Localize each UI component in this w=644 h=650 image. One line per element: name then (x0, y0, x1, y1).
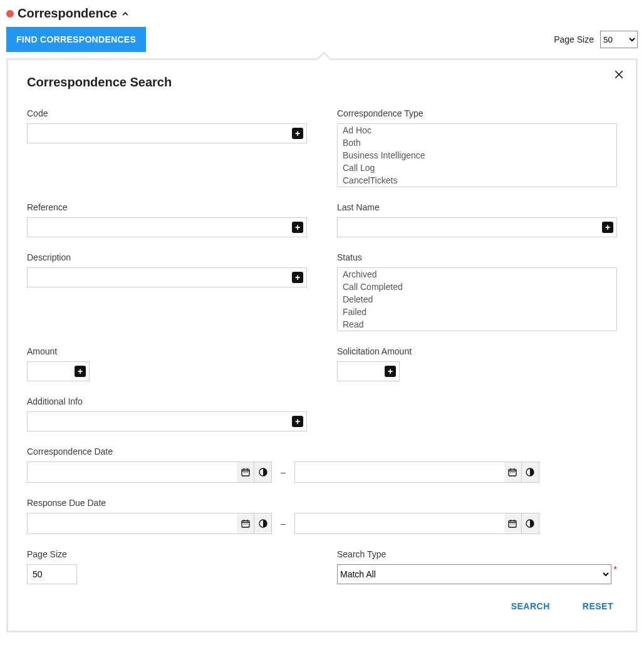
response-due-date-from-input[interactable] (27, 513, 237, 534)
label-reference: Reference (27, 202, 307, 212)
list-item[interactable]: Archived (338, 268, 616, 281)
plus-icon[interactable]: + (292, 272, 303, 283)
list-item[interactable]: Failed (338, 306, 616, 318)
section-header: Correspondence (6, 6, 638, 21)
calendar-icon[interactable] (237, 462, 254, 483)
label-status: Status (337, 252, 617, 262)
required-asterisk: * (614, 564, 617, 574)
field-page-size: Page Size (27, 549, 307, 584)
label-description: Description (27, 252, 307, 262)
search-type-select[interactable]: Match All (337, 564, 611, 584)
field-code: Code + (27, 108, 307, 187)
plus-icon[interactable]: + (292, 222, 303, 233)
form-grid: Code + Correspondence Type Ad HocBothBus… (27, 108, 617, 584)
field-response-due-date: Response Due Date – (27, 498, 617, 534)
field-solicitation-amount: Solicitation Amount + (337, 346, 617, 381)
correspondence-type-listbox[interactable]: Ad HocBothBusiness IntelligenceCall LogC… (337, 123, 617, 187)
label-additional-info: Additional Info (27, 396, 307, 406)
field-blank (337, 396, 617, 431)
clock-icon[interactable] (522, 513, 539, 534)
svg-point-12 (245, 524, 246, 524)
range-dash: – (281, 467, 286, 477)
list-item[interactable]: Read (338, 318, 616, 331)
search-button[interactable]: SEARCH (507, 601, 554, 612)
field-search-type: Search Type Match All * (337, 549, 617, 584)
page-size-label: Page Size (554, 34, 594, 44)
reference-input[interactable] (27, 217, 307, 237)
additional-info-input[interactable] (27, 411, 307, 431)
page-size-input[interactable] (27, 564, 77, 584)
response-due-date-to-input[interactable] (294, 513, 504, 534)
field-correspondence-date: Correspondence Date – (27, 446, 617, 483)
field-additional-info: Additional Info + (27, 396, 307, 431)
field-amount: Amount + (27, 346, 307, 381)
svg-point-13 (247, 524, 247, 524)
label-last-name: Last Name (337, 202, 617, 212)
range-dash: – (281, 518, 286, 529)
label-search-type: Search Type (337, 549, 617, 559)
toolbar: FIND CORRESPONDENCES Page Size 50 (6, 27, 638, 52)
label-page-size: Page Size (27, 549, 307, 559)
svg-point-11 (243, 524, 244, 524)
field-correspondence-type: Correspondence Type Ad HocBothBusiness I… (337, 108, 617, 187)
label-correspondence-type: Correspondence Type (337, 108, 617, 118)
reset-button[interactable]: RESET (579, 601, 617, 612)
calendar-icon[interactable] (237, 513, 254, 534)
clock-icon[interactable] (522, 462, 539, 483)
page-size-group: Page Size 50 (554, 31, 638, 48)
status-dot-icon (6, 10, 14, 18)
calendar-icon[interactable] (504, 513, 522, 534)
find-correspondences-button[interactable]: FIND CORRESPONDENCES (6, 27, 146, 52)
svg-point-7 (512, 472, 513, 473)
label-code: Code (27, 108, 307, 118)
label-solicitation-amount: Solicitation Amount (337, 346, 617, 356)
svg-point-18 (514, 524, 514, 524)
label-correspondence-date: Correspondence Date (27, 446, 617, 457)
svg-point-17 (512, 524, 513, 524)
plus-icon[interactable]: + (75, 366, 86, 377)
label-amount: Amount (27, 346, 307, 356)
clock-icon[interactable] (254, 513, 272, 534)
panel-title: Correspondence Search (27, 75, 617, 90)
field-reference: Reference + (27, 202, 307, 237)
svg-point-8 (514, 472, 514, 473)
calendar-icon[interactable] (504, 462, 522, 483)
last-name-input[interactable] (337, 217, 617, 237)
clock-icon[interactable] (254, 462, 272, 483)
panel-arrow (314, 52, 330, 60)
list-item[interactable]: Deleted (338, 293, 616, 306)
plus-icon[interactable]: + (602, 222, 613, 233)
svg-point-3 (247, 472, 247, 473)
list-item[interactable]: CancelTickets (338, 174, 616, 187)
svg-point-2 (245, 472, 246, 473)
svg-point-16 (511, 524, 511, 524)
page-size-select[interactable]: 50 (600, 31, 638, 48)
plus-icon[interactable]: + (292, 416, 303, 427)
code-input[interactable] (27, 123, 307, 143)
status-listbox[interactable]: ArchivedCall CompletedDeletedFailedRead (337, 267, 617, 331)
correspondence-date-from-input[interactable] (27, 462, 237, 483)
list-item[interactable]: Both (338, 137, 616, 149)
correspondence-date-to-input[interactable] (294, 462, 504, 483)
field-description: Description + (27, 252, 307, 331)
field-status: Status ArchivedCall CompletedDeletedFail… (337, 252, 617, 331)
actions-row: SEARCH RESET (27, 601, 617, 612)
plus-icon[interactable]: + (292, 128, 303, 139)
plus-icon[interactable]: + (385, 366, 396, 377)
label-response-due-date: Response Due Date (27, 498, 617, 508)
list-item[interactable]: Business Intelligence (338, 149, 616, 162)
svg-point-6 (511, 472, 511, 473)
search-panel: Correspondence Search Code + Corresponde… (6, 58, 638, 632)
list-item[interactable]: Call Completed (338, 281, 616, 293)
list-item[interactable]: Call Log (338, 162, 616, 174)
section-title: Correspondence (18, 6, 117, 21)
close-icon[interactable] (613, 69, 625, 80)
svg-point-1 (243, 472, 244, 473)
description-input[interactable] (27, 267, 307, 287)
list-item[interactable]: Ad Hoc (338, 124, 616, 137)
chevron-up-icon[interactable] (121, 9, 130, 18)
field-last-name: Last Name + (337, 202, 617, 237)
